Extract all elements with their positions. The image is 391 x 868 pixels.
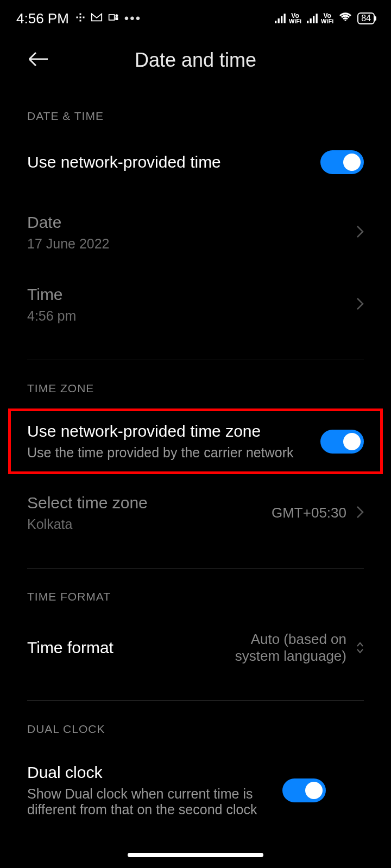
more-icon: ••• <box>124 11 141 26</box>
timeformat-value-2: system language) <box>235 648 346 665</box>
section-header-timezone: TIME ZONE <box>27 360 364 409</box>
timeformat-label: Time format <box>27 639 235 657</box>
svg-rect-9 <box>278 18 279 23</box>
dualclock-toggle[interactable] <box>282 778 326 802</box>
date-value: 17 June 2022 <box>27 236 356 252</box>
network-timezone-sub: Use the time provided by the carrier net… <box>27 445 320 461</box>
svg-rect-10 <box>281 16 282 23</box>
vowifi-icon: VoWiFi <box>321 13 333 24</box>
select-timezone-label: Select time zone <box>27 494 272 512</box>
wifi-icon <box>339 12 352 24</box>
svg-rect-7 <box>115 17 118 20</box>
time-label: Time <box>27 285 356 304</box>
updown-icon <box>356 642 364 654</box>
row-time-format[interactable]: Time format Auto (based on system langua… <box>27 617 364 679</box>
status-bar: 4:56 PM ••• VoWiFi VoWiFi 84 <box>0 0 391 33</box>
svg-rect-1 <box>79 14 81 15</box>
chevron-right-icon <box>356 506 364 521</box>
row-network-timezone[interactable]: Use network-provided time zone Use the t… <box>27 417 364 466</box>
row-time[interactable]: Time 4:56 pm <box>27 266 364 338</box>
home-indicator[interactable] <box>128 853 263 857</box>
row-dual-clock[interactable]: Dual clock Show Dual clock when current … <box>27 749 364 818</box>
svg-rect-12 <box>307 21 308 23</box>
status-left: 4:56 PM ••• <box>16 10 141 27</box>
svg-rect-2 <box>79 20 81 22</box>
svg-rect-3 <box>83 17 84 18</box>
back-button[interactable] <box>27 52 49 69</box>
section-header-timeformat: TIME FORMAT <box>27 569 364 617</box>
network-time-toggle[interactable] <box>320 150 364 174</box>
svg-rect-0 <box>76 17 78 18</box>
section-header-dualclock: DUAL CLOCK <box>27 701 364 749</box>
svg-point-6 <box>115 14 118 17</box>
chevron-right-icon <box>356 297 364 312</box>
row-select-timezone[interactable]: Select time zone Kolkata GMT+05:30 <box>27 474 364 546</box>
svg-rect-8 <box>275 21 276 23</box>
network-time-label: Use network-provided time <box>27 153 320 171</box>
dualclock-label: Dual clock <box>27 763 282 782</box>
svg-rect-14 <box>313 16 314 23</box>
row-date[interactable]: Date 17 June 2022 <box>27 188 364 266</box>
date-label: Date <box>27 213 356 232</box>
status-right: VoWiFi VoWiFi 84 <box>275 12 375 24</box>
row-network-time[interactable]: Use network-provided time <box>27 136 364 188</box>
status-time: 4:56 PM <box>16 10 69 27</box>
svg-rect-15 <box>316 14 318 23</box>
network-timezone-label: Use network-provided time zone <box>27 422 320 441</box>
gmail-icon <box>91 12 103 24</box>
section-header-datetime: DATE & TIME <box>27 88 364 136</box>
highlight-box: Use network-provided time zone Use the t… <box>8 409 383 474</box>
svg-rect-11 <box>283 14 285 23</box>
time-value: 4:56 pm <box>27 308 356 324</box>
page-title: Date and time <box>27 49 364 72</box>
signal-2: VoWiFi <box>307 13 333 24</box>
chevron-right-icon <box>356 225 364 240</box>
dualclock-sub: Show Dual clock when current time is dif… <box>27 786 282 818</box>
battery-icon: 84 <box>357 12 375 24</box>
svg-rect-4 <box>79 17 81 18</box>
timeformat-value-1: Auto (based on <box>235 631 346 648</box>
vowifi-icon: VoWiFi <box>289 13 301 24</box>
select-timezone-value: GMT+05:30 <box>272 505 346 521</box>
network-timezone-toggle[interactable] <box>320 430 364 454</box>
svg-rect-13 <box>310 18 312 23</box>
header: Date and time <box>0 33 391 88</box>
signal-1: VoWiFi <box>275 13 301 24</box>
slack-icon <box>75 12 85 24</box>
teams-icon <box>108 12 119 24</box>
select-timezone-sub: Kolkata <box>27 516 272 532</box>
svg-rect-5 <box>109 15 114 20</box>
